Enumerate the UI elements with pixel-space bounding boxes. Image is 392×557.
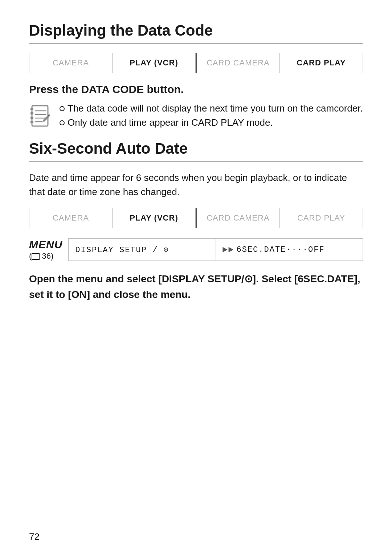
menu-cell-display-setup: DISPLAY SETUP / ⊙	[69, 239, 216, 261]
note-box-1: The data code will not display the next …	[29, 103, 363, 128]
section-displaying-data-code: Displaying the Data Code CAMERA PLAY (VC…	[29, 22, 363, 128]
menu-ref: ( 36)	[29, 251, 62, 261]
subheading-1: Press the DATA CODE button.	[29, 83, 363, 96]
note-line-2: Only date and time appear in CARD PLAY m…	[60, 117, 363, 128]
section-six-second-auto-date: Six-Second Auto Date Date and time appea…	[29, 140, 363, 303]
square-ref-icon	[32, 253, 40, 260]
menu-label-block: MENU ( 36)	[29, 238, 62, 261]
svg-rect-1	[30, 108, 33, 110]
arrow-right-icon: ►►	[222, 245, 234, 255]
svg-rect-0	[32, 106, 48, 126]
svg-rect-4	[30, 121, 33, 123]
instruction-text: Open the menu and select [DISPLAY SETUP/…	[29, 271, 363, 303]
mode-card-play-2: CARD PLAY	[280, 208, 363, 228]
note-line-1: The data code will not display the next …	[60, 103, 363, 114]
svg-rect-2	[30, 112, 33, 114]
notebook-icon	[29, 104, 52, 128]
menu-table: DISPLAY SETUP / ⊙ ►► 6SEC.DATE····OFF	[68, 238, 363, 261]
note-lines: The data code will not display the next …	[60, 103, 363, 128]
page-content: Displaying the Data Code CAMERA PLAY (VC…	[29, 22, 363, 303]
mode-play-vcr-2: PLAY (VCR)	[113, 208, 196, 228]
mode-card-camera-1: CARD CAMERA	[197, 53, 280, 73]
section-title-2: Six-Second Auto Date	[29, 140, 363, 162]
mode-camera-1: CAMERA	[29, 53, 113, 73]
mode-bar-1: CAMERA PLAY (VCR) CARD CAMERA CARD PLAY	[29, 53, 363, 73]
page-number: 72	[29, 531, 40, 542]
menu-label: MENU	[29, 238, 62, 251]
svg-rect-3	[30, 117, 33, 119]
body-text-2: Date and time appear for 6 seconds when …	[29, 171, 363, 199]
bullet-1	[60, 106, 65, 111]
menu-cell-6sec-date: ►► 6SEC.DATE····OFF	[216, 239, 363, 261]
mode-play-vcr-1: PLAY (VCR)	[113, 53, 196, 73]
bullet-2	[60, 120, 65, 125]
mode-card-play-1: CARD PLAY	[280, 53, 363, 73]
section-title-1: Displaying the Data Code	[29, 22, 363, 44]
mode-bar-2: CAMERA PLAY (VCR) CARD CAMERA CARD PLAY	[29, 208, 363, 228]
mode-camera-2: CAMERA	[29, 208, 113, 228]
mode-card-camera-2: CARD CAMERA	[197, 208, 280, 228]
menu-section: MENU ( 36) DISPLAY SETUP / ⊙ ►► 6SEC.DAT…	[29, 238, 363, 261]
